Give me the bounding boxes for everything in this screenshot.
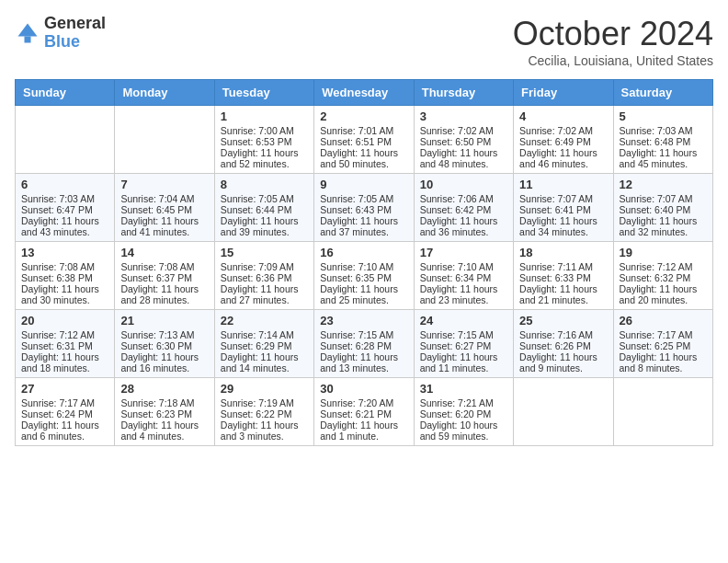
sunrise-text: Sunrise: 7:21 AM [420,397,507,408]
calendar-cell [613,378,712,446]
calendar-cell: 4Sunrise: 7:02 AMSunset: 6:49 PMDaylight… [514,106,613,174]
daylight-text: Daylight: 11 hours and 46 minutes. [519,147,607,169]
sunrise-text: Sunrise: 7:01 AM [320,125,407,136]
calendar-cell: 16Sunrise: 7:10 AMSunset: 6:35 PMDayligh… [314,242,414,310]
day-header-saturday: Saturday [613,80,712,106]
day-number: 22 [221,314,308,327]
daylight-text: Daylight: 11 hours and 21 minutes. [519,283,607,305]
daylight-text: Daylight: 11 hours and 1 minute. [320,419,407,442]
logo: General Blue [15,15,106,52]
sunrise-text: Sunrise: 7:10 AM [320,261,407,272]
calendar-week-2: 6Sunrise: 7:03 AMSunset: 6:47 PMDaylight… [16,174,713,242]
daylight-text: Daylight: 11 hours and 27 minutes. [221,283,308,305]
sunrise-text: Sunrise: 7:06 AM [420,193,507,204]
calendar-cell: 13Sunrise: 7:08 AMSunset: 6:38 PMDayligh… [16,242,115,310]
sunrise-text: Sunrise: 7:00 AM [221,125,308,136]
day-number: 15 [221,246,308,259]
daylight-text: Daylight: 11 hours and 23 minutes. [420,283,507,305]
sunrise-text: Sunrise: 7:20 AM [320,397,407,408]
sunrise-text: Sunrise: 7:10 AM [420,261,507,272]
logo-text: General Blue [44,15,106,52]
sunset-text: Sunset: 6:41 PM [519,204,607,215]
daylight-text: Daylight: 11 hours and 36 minutes. [420,215,507,237]
day-number: 29 [221,382,308,396]
calendar-cell: 22Sunrise: 7:14 AMSunset: 6:29 PMDayligh… [214,310,313,378]
day-header-monday: Monday [115,80,214,106]
sunrise-text: Sunrise: 7:09 AM [221,261,308,272]
calendar-cell: 27Sunrise: 7:17 AMSunset: 6:24 PMDayligh… [16,378,115,446]
daylight-text: Daylight: 11 hours and 48 minutes. [420,147,507,169]
sunset-text: Sunset: 6:43 PM [320,204,407,215]
daylight-text: Daylight: 11 hours and 39 minutes. [221,215,308,237]
daylight-text: Daylight: 11 hours and 20 minutes. [620,283,707,305]
day-number: 19 [620,246,707,259]
day-number: 4 [519,109,607,123]
day-number: 20 [21,314,108,327]
day-header-sunday: Sunday [16,80,115,106]
sunset-text: Sunset: 6:45 PM [120,204,208,215]
sunrise-text: Sunrise: 7:05 AM [221,193,308,204]
day-number: 9 [320,178,407,191]
daylight-text: Daylight: 10 hours and 59 minutes. [420,419,507,442]
daylight-text: Daylight: 11 hours and 3 minutes. [221,419,308,442]
sunset-text: Sunset: 6:32 PM [620,272,707,283]
calendar-week-1: 1Sunrise: 7:00 AMSunset: 6:53 PMDaylight… [16,106,713,174]
sunrise-text: Sunrise: 7:17 AM [620,329,707,340]
sunrise-text: Sunrise: 7:02 AM [420,125,507,136]
title-block: October 2024 Cecilia, Louisiana, United … [513,15,713,68]
month-title: October 2024 [513,15,713,53]
daylight-text: Daylight: 11 hours and 32 minutes. [620,215,707,237]
sunset-text: Sunset: 6:37 PM [120,272,208,283]
sunrise-text: Sunrise: 7:03 AM [620,125,707,136]
sunset-text: Sunset: 6:47 PM [21,204,108,215]
daylight-text: Daylight: 11 hours and 52 minutes. [221,147,308,169]
sunset-text: Sunset: 6:44 PM [221,204,308,215]
sunrise-text: Sunrise: 7:03 AM [21,193,108,204]
sunrise-text: Sunrise: 7:08 AM [120,261,208,272]
calendar-cell: 17Sunrise: 7:10 AMSunset: 6:34 PMDayligh… [414,242,513,310]
calendar-header-row: SundayMondayTuesdayWednesdayThursdayFrid… [16,80,713,106]
sunset-text: Sunset: 6:50 PM [420,136,507,147]
day-number: 26 [620,314,707,327]
calendar-cell: 1Sunrise: 7:00 AMSunset: 6:53 PMDaylight… [214,106,313,174]
calendar-cell [16,106,115,174]
sunrise-text: Sunrise: 7:19 AM [221,397,308,408]
calendar-cell: 24Sunrise: 7:15 AMSunset: 6:27 PMDayligh… [414,310,513,378]
day-number: 1 [221,109,308,123]
sunset-text: Sunset: 6:38 PM [21,272,108,283]
svg-rect-1 [25,36,31,42]
sunset-text: Sunset: 6:22 PM [221,408,308,419]
calendar-week-3: 13Sunrise: 7:08 AMSunset: 6:38 PMDayligh… [16,242,713,310]
daylight-text: Daylight: 11 hours and 45 minutes. [620,147,707,169]
day-number: 3 [420,109,507,123]
day-number: 12 [620,178,707,191]
logo-general-text: General [44,15,106,33]
calendar-cell [115,106,214,174]
sunrise-text: Sunrise: 7:18 AM [120,397,208,408]
logo-blue-text: Blue [44,33,106,52]
day-number: 5 [620,109,707,123]
daylight-text: Daylight: 11 hours and 6 minutes. [21,419,108,442]
calendar-cell: 31Sunrise: 7:21 AMSunset: 6:20 PMDayligh… [414,378,513,446]
sunset-text: Sunset: 6:31 PM [21,340,108,351]
sunset-text: Sunset: 6:49 PM [519,136,607,147]
sunset-text: Sunset: 6:27 PM [420,340,507,351]
day-number: 31 [420,382,507,396]
daylight-text: Daylight: 11 hours and 50 minutes. [320,147,407,169]
sunset-text: Sunset: 6:26 PM [519,340,607,351]
sunset-text: Sunset: 6:20 PM [420,408,507,419]
sunset-text: Sunset: 6:36 PM [221,272,308,283]
calendar-cell: 12Sunrise: 7:07 AMSunset: 6:40 PMDayligh… [613,174,712,242]
day-number: 30 [320,382,407,396]
sunrise-text: Sunrise: 7:05 AM [320,193,407,204]
day-number: 7 [120,178,208,191]
calendar-cell: 5Sunrise: 7:03 AMSunset: 6:48 PMDaylight… [613,106,712,174]
sunset-text: Sunset: 6:40 PM [620,204,707,215]
sunset-text: Sunset: 6:23 PM [120,408,208,419]
calendar-cell: 23Sunrise: 7:15 AMSunset: 6:28 PMDayligh… [314,310,414,378]
daylight-text: Daylight: 11 hours and 11 minutes. [420,351,507,373]
sunrise-text: Sunrise: 7:07 AM [519,193,607,204]
calendar-cell: 2Sunrise: 7:01 AMSunset: 6:51 PMDaylight… [314,106,414,174]
daylight-text: Daylight: 11 hours and 4 minutes. [120,419,208,442]
daylight-text: Daylight: 11 hours and 34 minutes. [519,215,607,237]
